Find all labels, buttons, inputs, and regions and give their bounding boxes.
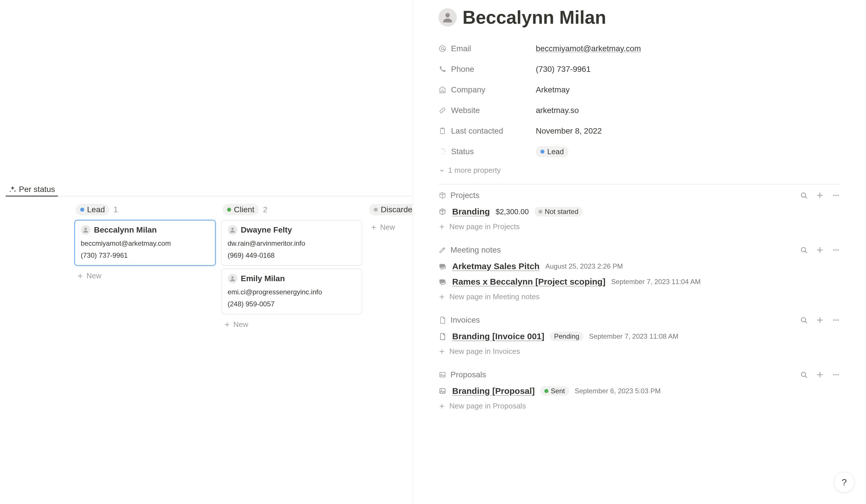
card-emily-milan[interactable]: Emily Milan emi.ci@progressenergyinc.inf… <box>221 268 363 314</box>
status-tag-text: Lead <box>547 147 564 156</box>
column-header[interactable]: Discarded <box>368 202 412 217</box>
avatar[interactable] <box>438 8 457 26</box>
plus-icon[interactable] <box>815 246 824 254</box>
prop-label-text: Email <box>451 44 471 53</box>
more-properties-toggle[interactable]: 1 more property <box>438 162 840 175</box>
more-icon[interactable] <box>832 191 840 200</box>
prop-label-text: Last contacted <box>451 126 503 136</box>
column-header[interactable]: Lead 1 <box>75 202 216 217</box>
item-title: Branding [Proposal] <box>452 386 535 396</box>
pill-text: Sent <box>551 387 565 395</box>
new-page-proposals[interactable]: New page in Proposals <box>438 399 840 413</box>
item-date: August 25, 2023 2:26 PM <box>545 262 623 270</box>
card-email: emi.ci@progressenergyinc.info <box>227 288 356 296</box>
search-icon[interactable] <box>800 316 808 324</box>
section-header-proposals: Proposals <box>438 370 840 379</box>
section-title-text: Invoices <box>451 316 480 325</box>
more-icon[interactable] <box>832 316 840 324</box>
new-page-label: New page in Proposals <box>449 402 526 411</box>
project-item[interactable]: Branding $2,300.00 Not started <box>438 204 840 219</box>
status-pill-discarded: Discarded <box>369 204 412 215</box>
property-last-contacted[interactable]: Last contacted November 8, 2022 <box>438 121 840 141</box>
item-amount: $2,300.00 <box>496 207 529 216</box>
section-title[interactable]: Projects <box>438 191 479 200</box>
prop-label-text: Status <box>451 147 474 156</box>
board-columns: Lead 1 Beccalynn Milan beccmiyamot@arket… <box>6 196 412 332</box>
property-website[interactable]: Website arketmay.so <box>438 100 840 121</box>
document-icon <box>438 332 446 340</box>
plus-icon <box>438 294 445 300</box>
card-dwayne-felty[interactable]: Dwayne Felty dw.rain@arvinmeritor.info (… <box>221 220 363 266</box>
prop-label-text: Website <box>451 106 480 115</box>
new-card-button[interactable]: New <box>221 317 363 332</box>
plus-icon[interactable] <box>815 370 824 379</box>
status-label: Discarded <box>381 205 412 214</box>
view-tab-per-status[interactable]: Per status <box>6 183 58 196</box>
new-card-button[interactable]: New <box>368 220 412 234</box>
meeting-note-item[interactable]: Arketmay Sales Pitch August 25, 2023 2:2… <box>438 259 840 274</box>
contact-header: Beccalynn Milan <box>438 7 840 28</box>
item-title: Branding [Invoice 001] <box>452 332 544 341</box>
prop-value[interactable]: November 8, 2022 <box>536 126 602 136</box>
property-email[interactable]: Email beccmiyamot@arketmay.com <box>438 38 840 59</box>
prop-value[interactable]: (730) 737-9961 <box>536 65 590 74</box>
item-title: Arketmay Sales Pitch <box>452 261 540 271</box>
section-title-text: Meeting notes <box>451 245 501 254</box>
item-status-pill: Not started <box>534 207 582 217</box>
section-header-invoices: Invoices <box>438 316 840 325</box>
plus-icon[interactable] <box>815 316 824 324</box>
chat-icon <box>438 278 446 286</box>
status-pill-lead: Lead <box>76 204 109 215</box>
new-card-button[interactable]: New <box>75 268 216 283</box>
prop-value[interactable]: beccmiyamot@arketmay.com <box>536 44 641 53</box>
more-icon[interactable] <box>832 246 840 254</box>
status-label: Client <box>234 205 255 214</box>
section-title-text: Projects <box>451 191 479 200</box>
cube-icon <box>438 191 446 199</box>
prop-label-text: Company <box>451 85 485 94</box>
plus-icon[interactable] <box>815 191 824 200</box>
card-beccalynn-milan[interactable]: Beccalynn Milan beccmiyamot@arketmay.com… <box>75 220 216 266</box>
proposal-item[interactable]: Branding [Proposal] Sent September 6, 20… <box>438 383 840 399</box>
meeting-note-item[interactable]: Rames x Beccalynn [Project scoping] Sept… <box>438 274 840 289</box>
search-icon[interactable] <box>800 246 808 254</box>
search-icon[interactable] <box>800 191 808 200</box>
help-button[interactable]: ? <box>834 472 855 493</box>
section-divider <box>438 184 840 184</box>
section-title[interactable]: Proposals <box>438 370 486 379</box>
card-phone: (969) 449-0168 <box>227 251 356 260</box>
column-lead: Lead 1 Beccalynn Milan beccmiyamot@arket… <box>75 202 216 332</box>
property-phone[interactable]: Phone (730) 737-9961 <box>438 59 840 80</box>
item-status-pill: Sent <box>540 386 569 396</box>
card-phone: (248) 959-0057 <box>227 300 356 308</box>
plus-icon <box>438 224 445 230</box>
contact-name[interactable]: Beccalynn Milan <box>463 7 606 28</box>
section-header-meeting-notes: Meeting notes <box>438 245 840 254</box>
new-page-meeting-notes[interactable]: New page in Meeting notes <box>438 289 840 304</box>
link-icon <box>438 106 446 114</box>
invoice-item[interactable]: Branding [Invoice 001] Pending September… <box>438 329 840 344</box>
building-icon <box>438 86 446 94</box>
property-company[interactable]: Company Arketmay <box>438 80 840 100</box>
search-icon[interactable] <box>800 370 808 379</box>
card-name: Beccalynn Milan <box>94 226 157 234</box>
section-title[interactable]: Invoices <box>438 316 480 325</box>
new-page-projects[interactable]: New page in Projects <box>438 219 840 234</box>
column-count: 2 <box>263 205 267 214</box>
chat-icon <box>438 262 446 270</box>
document-icon <box>438 316 446 324</box>
section-title[interactable]: Meeting notes <box>438 245 501 254</box>
more-icon[interactable] <box>832 370 840 379</box>
property-status[interactable]: Status Lead <box>438 141 840 162</box>
card-email: dw.rain@arvinmeritor.info <box>227 239 356 248</box>
prop-value[interactable]: Lead <box>536 146 568 157</box>
plus-icon <box>77 273 84 279</box>
prop-value[interactable]: Arketmay <box>536 85 570 94</box>
prop-value[interactable]: arketmay.so <box>536 106 579 115</box>
card-name: Dwayne Felty <box>241 226 292 234</box>
column-header[interactable]: Client 2 <box>221 202 363 217</box>
card-title: Emily Milan <box>227 274 356 284</box>
new-label: New <box>233 320 248 329</box>
new-page-invoices[interactable]: New page in Invoices <box>438 344 840 359</box>
image-icon <box>438 371 446 379</box>
